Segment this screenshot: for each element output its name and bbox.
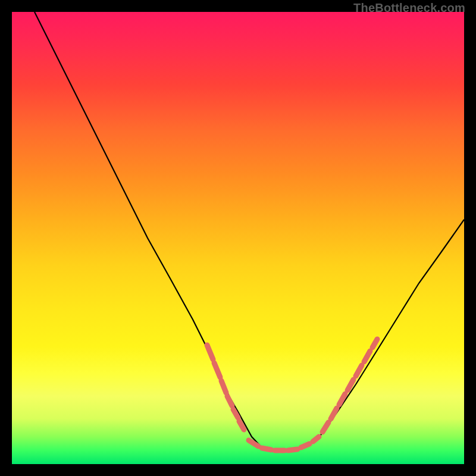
marker-cluster-left [207, 345, 244, 430]
svg-line-2 [221, 381, 226, 393]
marker-cluster-floor [249, 437, 319, 450]
plot-area [12, 12, 464, 464]
svg-line-9 [288, 449, 298, 450]
chart-container: TheBottleneck.com [0, 0, 476, 476]
svg-line-10 [301, 444, 309, 447]
svg-line-0 [207, 345, 213, 359]
chart-svg [12, 12, 464, 464]
svg-line-16 [356, 365, 362, 376]
svg-line-13 [331, 408, 337, 419]
svg-line-1 [214, 363, 220, 377]
svg-line-12 [322, 422, 328, 432]
svg-line-3 [227, 396, 232, 406]
svg-line-14 [339, 394, 345, 405]
marker-cluster-right [322, 339, 377, 432]
curve-line [35, 12, 464, 450]
svg-line-18 [372, 339, 377, 347]
svg-line-11 [313, 437, 319, 441]
svg-line-17 [364, 351, 370, 362]
svg-line-7 [262, 448, 271, 450]
svg-line-6 [249, 440, 258, 446]
